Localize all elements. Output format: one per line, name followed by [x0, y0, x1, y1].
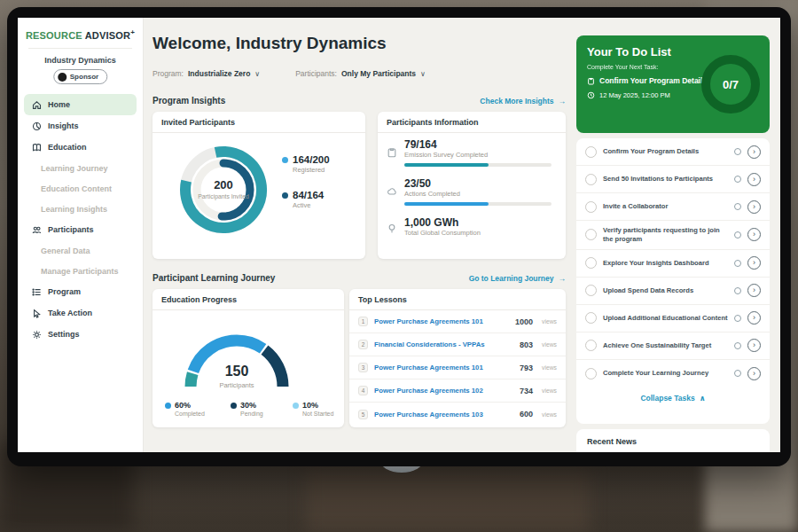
task-checkbox[interactable] [585, 201, 597, 213]
active-value: 84/164 [293, 190, 324, 200]
clock-icon [587, 91, 595, 99]
task-checkbox[interactable] [585, 229, 597, 240]
chevron-right-button[interactable]: › [747, 228, 761, 241]
legend-item-completed: 60% Completed [165, 401, 205, 417]
go-to-learning-journey-label: Go to Learning Journey [469, 274, 554, 283]
sponsor-badge-label: Sponsor [70, 73, 98, 81]
go-to-learning-journey-link[interactable]: Go to Learning Journey → [469, 274, 566, 283]
task-row-achieve-target[interactable]: Achieve One Sustainability Target › [576, 332, 770, 360]
task-checkbox[interactable] [585, 368, 597, 379]
app-logo: RESOURCE ADVISOR+ [18, 28, 143, 41]
chevron-right-button[interactable]: › [747, 284, 761, 297]
sidebar-item-participants[interactable]: Participants [18, 219, 143, 240]
education-progress-card: Education Progress 150 Participants 60% … [153, 289, 344, 427]
check-more-insights-link[interactable]: Check More Insights → [480, 97, 566, 106]
task-row-explore-insights[interactable]: Explore Your Insights Dashboard › [576, 250, 770, 278]
chevron-right-button[interactable]: › [747, 173, 761, 186]
task-row-confirm-program[interactable]: Confirm Your Program Details › [576, 138, 770, 166]
program-filter[interactable]: Program: Industrialize Zero ∨ [153, 69, 260, 78]
lesson-link[interactable]: Power Purchase Agreements 101 [374, 364, 513, 372]
task-checkbox[interactable] [585, 257, 597, 269]
legend-item-pending: 30% Pending [231, 401, 263, 417]
lesson-views-suffix: views [542, 387, 557, 394]
sidebar-item-learning-journey[interactable]: Learning Journey [18, 158, 143, 178]
todo-summary-card: Your To Do List Complete Your Next Task:… [576, 35, 770, 133]
sponsor-icon [58, 73, 66, 82]
legend-dot-completed [165, 403, 171, 409]
lesson-row: 1 Power Purchase Agreements 101 1000 vie… [349, 310, 566, 333]
chevron-right-button[interactable]: › [747, 145, 761, 159]
task-checkbox[interactable] [585, 312, 597, 324]
sidebar-item-take-action[interactable]: Take Action [18, 302, 143, 324]
task-row-upload-educational-content[interactable]: Upload Additional Educational Content › [576, 305, 770, 332]
task-label: Complete Your Learning Journey [603, 369, 728, 378]
sidebar-item-settings[interactable]: Settings [18, 324, 143, 345]
sidebar-item-learning-insights[interactable]: Learning Insights [18, 199, 143, 219]
consumption-label: Total Global Consumption [404, 229, 481, 237]
lesson-link[interactable]: Power Purchase Agreements 102 [374, 387, 513, 395]
lesson-link[interactable]: Power Purchase Agreements 101 [374, 317, 509, 325]
chevron-right-button[interactable]: › [747, 367, 761, 380]
participants-information-title: Participants Information [378, 112, 566, 133]
monitor-bezel: RESOURCE ADVISOR+ Industry Dynamics Spon… [7, 7, 791, 466]
sidebar-item-manage-participants[interactable]: Manage Participants [18, 261, 143, 281]
task-row-verify-participants[interactable]: Verify participants requesting to join t… [576, 221, 770, 250]
progress-total: 150 [184, 364, 290, 379]
chevron-right-button[interactable]: › [747, 339, 761, 352]
chevron-right-button[interactable]: › [747, 256, 761, 270]
lesson-row: 4 Power Purchase Agreements 102 734 view… [349, 379, 566, 403]
sidebar-item-education-content[interactable]: Education Content [18, 178, 143, 199]
check-more-insights-label: Check More Insights [480, 97, 553, 106]
emission-survey-value: 79/164 [404, 138, 437, 151]
logo-plus: + [130, 28, 135, 36]
task-checkbox[interactable] [585, 146, 597, 158]
lesson-link[interactable]: Financial Considerations - VPPAs [374, 340, 513, 348]
chevron-right-button[interactable]: › [747, 311, 761, 325]
education-progress-title: Education Progress [153, 289, 344, 310]
sidebar-item-program[interactable]: Program [18, 281, 143, 302]
task-row-complete-learning-journey[interactable]: Complete Your Learning Journey › [576, 360, 770, 387]
sidebar-nav: Home Insights Education Learning Journey… [18, 94, 143, 345]
sidebar-item-label: Insights [48, 121, 79, 130]
sidebar-item-home[interactable]: Home [24, 94, 137, 115]
chevron-down-icon: ∨ [254, 70, 260, 78]
participants-filter-label: Participants: [295, 69, 337, 78]
lesson-rank: 5 [358, 410, 368, 419]
gauge-center-label: 150 Participants [184, 364, 290, 389]
task-checkbox[interactable] [585, 340, 597, 351]
donut-center-label: 200 Participants Invited [174, 140, 273, 239]
sidebar-item-label: Settings [48, 330, 80, 339]
pending-pct: 30% [240, 401, 256, 410]
emission-survey-progress-fill [404, 163, 489, 167]
task-row-upload-spend-data[interactable]: Upload Spend Data Records › [576, 278, 770, 305]
lesson-views-suffix: views [542, 411, 557, 418]
logo-part-resource: RESOURCE [26, 30, 82, 41]
chevron-right-button[interactable]: › [747, 200, 761, 214]
lesson-views: 734 [520, 387, 533, 395]
sidebar-item-label: Education Content [41, 184, 112, 193]
task-row-invite-collaborator[interactable]: Invite a Collaborator › [576, 193, 770, 221]
screen: RESOURCE ADVISOR+ Industry Dynamics Spon… [18, 18, 780, 452]
lesson-views-suffix: views [542, 341, 557, 348]
lesson-row: 5 Power Purchase Agreements 103 600 view… [349, 403, 566, 426]
sponsor-badge[interactable]: Sponsor [53, 69, 107, 84]
sidebar-item-insights[interactable]: Insights [18, 115, 143, 137]
lesson-row: 3 Power Purchase Agreements 101 793 view… [349, 356, 566, 379]
sidebar-item-label: General Data [41, 246, 90, 255]
participants-filter[interactable]: Participants: Only My Participants ∨ [295, 69, 426, 78]
actions-icon [387, 184, 397, 195]
sidebar-item-general-data[interactable]: General Data [18, 240, 143, 261]
book-icon [32, 143, 42, 153]
collapse-tasks-link[interactable]: Collapse Tasks ∧ [576, 387, 770, 410]
active-label: Active [293, 201, 330, 209]
lesson-link[interactable]: Power Purchase Agreements 103 [374, 411, 513, 419]
sidebar-item-education[interactable]: Education [18, 137, 143, 158]
registered-value: 164/200 [293, 154, 330, 165]
people-icon [32, 225, 42, 235]
task-row-send-invitations[interactable]: Send 50 Invitations to Participants › [576, 166, 770, 193]
task-checkbox[interactable] [585, 285, 597, 296]
emission-survey-label: Emission Survey Completed [404, 151, 488, 159]
logo-part-advisor: ADVISOR [85, 30, 131, 41]
task-label: Send 50 Invitations to Participants [603, 175, 728, 184]
task-checkbox[interactable] [585, 174, 597, 185]
